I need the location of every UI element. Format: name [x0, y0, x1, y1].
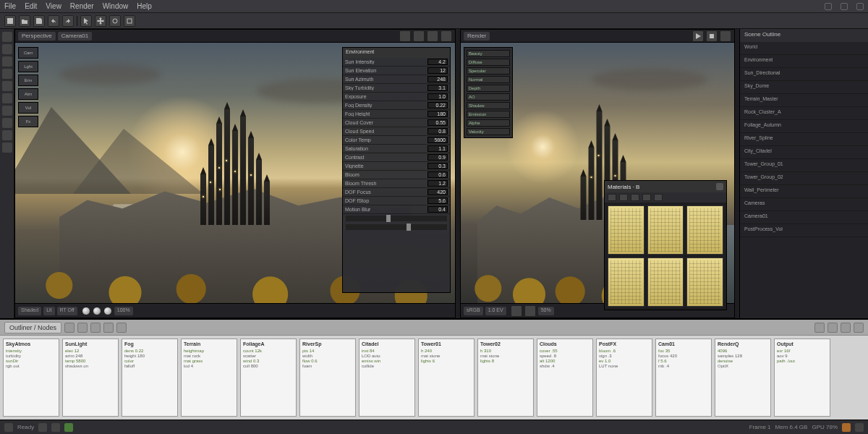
property-row[interactable]: Fog Density0.22: [343, 101, 450, 110]
quick-camera-icon[interactable]: Cam: [18, 47, 38, 59]
menu-view[interactable]: View: [46, 2, 61, 10]
node-card[interactable]: Tower02h 310mat stonelights 8: [477, 339, 534, 417]
dock-tool-8-icon[interactable]: [2, 118, 12, 128]
dock-tool-3-icon[interactable]: [2, 56, 12, 67]
quick-env-icon[interactable]: Env: [18, 75, 38, 86]
render-prev-icon[interactable]: [511, 305, 522, 317]
browser-sort-icon[interactable]: [77, 323, 88, 333]
dock-tool-5-icon[interactable]: [2, 81, 12, 91]
node-card[interactable]: RenderQ4096samples 128denoiseOptiX: [715, 339, 771, 417]
property-row[interactable]: Exposure1.0: [343, 93, 450, 101]
channel-item[interactable]: Beauty: [467, 50, 510, 57]
chip-zoom[interactable]: 100%: [114, 307, 133, 315]
quick-light-icon[interactable]: Lght: [18, 61, 38, 72]
swatch-menu-icon[interactable]: [716, 183, 723, 190]
menu-window[interactable]: Window: [103, 2, 129, 10]
viewport-shaded-icon[interactable]: [413, 30, 425, 42]
property-row[interactable]: Cloud Cover0.55: [343, 119, 450, 127]
property-row[interactable]: Saturation1.1: [343, 145, 450, 153]
save-icon[interactable]: [33, 15, 45, 27]
property-value[interactable]: 12: [427, 67, 448, 74]
render-play-icon[interactable]: [692, 30, 704, 42]
outline-item[interactable]: Sky_Dome: [740, 81, 868, 94]
property-value[interactable]: 5800: [427, 137, 448, 143]
outline-item[interactable]: World: [740, 42, 868, 55]
property-value[interactable]: 1.0: [427, 93, 448, 100]
node-browser-tab[interactable]: Outliner / Nodes: [4, 322, 61, 333]
node-card[interactable]: Fogdens 0.22height 180colorfalloff: [122, 339, 178, 417]
close-icon[interactable]: [856, 3, 864, 10]
outline-item[interactable]: PostProcess_Vol: [740, 224, 868, 237]
menu-file[interactable]: File: [4, 2, 16, 10]
render-save-icon[interactable]: [720, 30, 731, 42]
select-tool-icon[interactable]: [80, 15, 92, 27]
node-card[interactable]: PostFXbloom .6vign .3ev 1.0LUT none: [596, 339, 652, 417]
node-card[interactable]: RiverSppts 14widthflow 0.6foam: [299, 339, 356, 417]
property-value[interactable]: 0.6: [427, 171, 448, 178]
browser-search-icon[interactable]: [116, 323, 127, 333]
quick-volume-icon[interactable]: Vol: [18, 102, 38, 114]
channel-item[interactable]: Shadow: [467, 102, 510, 109]
viewport-tab-render[interactable]: Render: [464, 32, 490, 41]
nav-orbit-icon[interactable]: [82, 307, 90, 315]
channel-item[interactable]: Velocity: [467, 128, 510, 135]
outline-item[interactable]: Tower_Group_01: [740, 159, 868, 172]
node-card[interactable]: Outputexr 16faov 9path ./out: [774, 339, 830, 417]
node-card[interactable]: Cloudscover .55speed .8alt 1200shdw .4: [537, 339, 593, 417]
properties-slider-1[interactable]: [346, 216, 447, 221]
viewport-render[interactable]: Render BeautyDiffuseSpecularNormalDe: [460, 29, 735, 318]
render-next-icon[interactable]: [524, 305, 536, 317]
outline-item[interactable]: Camera01: [740, 211, 868, 224]
nav-zoom-icon[interactable]: [103, 307, 112, 315]
property-row[interactable]: Fog Height180: [343, 110, 450, 119]
browser-settings-icon[interactable]: [854, 323, 864, 333]
channel-item[interactable]: Normal: [467, 76, 510, 83]
node-card[interactable]: Tower01h 240mat stonelights 6: [418, 339, 475, 417]
property-row[interactable]: Sun Intensity4.2: [343, 58, 450, 67]
viewport-tab-camera[interactable]: Camera01: [58, 32, 92, 41]
property-row[interactable]: Bloom0.6: [343, 171, 450, 179]
dock-tool-4-icon[interactable]: [2, 69, 12, 79]
quick-atmos-icon[interactable]: Atm: [18, 88, 38, 100]
node-card[interactable]: FoliageAcount 12kscatterwind 0.3cull 800: [240, 339, 297, 417]
minimize-icon[interactable]: [825, 3, 832, 10]
swatch-tool-5-icon[interactable]: [654, 194, 663, 201]
redo-icon[interactable]: [62, 15, 74, 27]
node-card[interactable]: SkyAtmosintensityturbiditysunDirrgb out: [3, 339, 59, 417]
open-icon[interactable]: [19, 15, 30, 27]
menu-edit[interactable]: Edit: [25, 2, 37, 10]
swatch-tool-3-icon[interactable]: [631, 194, 639, 201]
property-value[interactable]: 0.9: [427, 154, 448, 161]
property-value[interactable]: 5.6: [427, 197, 448, 204]
chip-colorspace[interactable]: sRGB: [464, 307, 483, 315]
swatch-tool-1-icon[interactable]: [608, 194, 616, 201]
channel-item[interactable]: Alpha: [467, 119, 510, 127]
swatch-5[interactable]: [647, 258, 684, 307]
node-card[interactable]: Terrainheightmapmat rockmat grasslod 4: [181, 339, 237, 417]
property-row[interactable]: DOF fStop5.6: [343, 197, 450, 205]
property-row[interactable]: Cloud Speed0.8: [343, 127, 450, 136]
viewport-perspective[interactable]: Perspective Camera01: [14, 29, 456, 318]
render-stop-icon[interactable]: [706, 30, 718, 42]
outline-item[interactable]: Wall_Perimeter: [740, 185, 868, 198]
swatch-1[interactable]: [608, 205, 644, 255]
browser-refresh-icon[interactable]: [841, 323, 851, 333]
property-row[interactable]: Bloom Thresh1.2: [343, 179, 450, 188]
property-value[interactable]: 0.22: [427, 102, 448, 109]
chip-lit[interactable]: Lit: [43, 307, 54, 315]
viewport-tab-perspective[interactable]: Perspective: [18, 32, 56, 41]
dock-tool-10-icon[interactable]: [2, 142, 12, 153]
property-row[interactable]: Motion Blur0.4: [343, 205, 450, 214]
rotate-tool-icon[interactable]: [109, 15, 121, 27]
undo-icon[interactable]: [48, 15, 59, 27]
property-row[interactable]: Sun Elevation12: [343, 67, 450, 75]
status-log-icon[interactable]: [855, 423, 864, 432]
status-icon-2[interactable]: [51, 423, 60, 432]
property-value[interactable]: 420: [427, 189, 448, 195]
swatch-tool-2-icon[interactable]: [619, 194, 628, 201]
property-value[interactable]: 1.2: [427, 180, 448, 187]
channel-item[interactable]: Diffuse: [467, 59, 510, 66]
node-card[interactable]: SunLightelev 12azim 248temp 5800shadows …: [62, 339, 119, 417]
outline-item[interactable]: Environment: [740, 55, 868, 68]
properties-slider-2[interactable]: [346, 224, 447, 230]
